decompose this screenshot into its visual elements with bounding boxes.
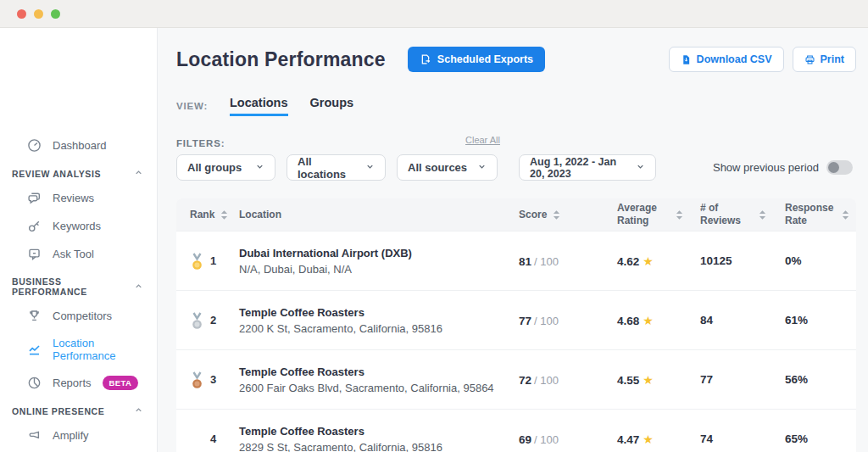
column-header-location[interactable]: Location xyxy=(239,209,519,220)
sidebar-item-competitors[interactable]: Competitors xyxy=(0,302,157,330)
file-download-icon xyxy=(681,54,692,65)
score-denominator: / 100 xyxy=(534,255,559,268)
sidebar-item-location-performance[interactable]: Location Performance xyxy=(0,330,157,369)
minimize-window-button[interactable] xyxy=(34,9,43,19)
date-range-dropdown[interactable]: Aug 1, 2022 - Jan 20, 2023 xyxy=(519,154,656,181)
sidebar-item-label: Location Performance xyxy=(53,337,145,362)
show-previous-period-toggle[interactable] xyxy=(826,160,853,175)
column-header-num-reviews[interactable]: # of Reviews xyxy=(700,202,785,227)
print-button[interactable]: Print xyxy=(793,47,856,72)
tab-groups[interactable]: Groups xyxy=(310,96,354,116)
sidebar: Dashboard REVIEW ANALYSIS Reviews Keywor… xyxy=(0,28,158,452)
tab-locations[interactable]: Locations xyxy=(230,96,287,116)
location-address: N/A, Dubai, Dubai, N/A xyxy=(239,263,512,276)
silver-medal-icon xyxy=(190,311,204,330)
sidebar-item-label: Dashboard xyxy=(53,139,107,152)
rating-value: 4.55 xyxy=(617,374,639,387)
sidebar-item-ask-tool[interactable]: Ask Tool xyxy=(0,240,157,268)
location-name: Temple Coffee Roasters xyxy=(239,306,512,319)
column-header-response-rate[interactable]: Response Rate xyxy=(785,202,856,227)
reviews-count: 10125 xyxy=(700,254,785,267)
response-rate: 61% xyxy=(785,314,856,326)
sidebar-item-label: Keywords xyxy=(53,220,101,232)
rating-value: 4.47 xyxy=(617,433,639,446)
sidebar-item-reports[interactable]: Reports BETA xyxy=(0,369,157,397)
chevron-down-icon xyxy=(360,161,375,174)
bronze-medal-icon xyxy=(190,371,204,389)
table-row[interactable]: 3 Temple Coffee Roasters 2600 Fair Oaks … xyxy=(176,349,856,409)
locations-table: Rank Location Score Average Rating # of … xyxy=(176,198,856,452)
location-name: Temple Coffee Roasters xyxy=(239,425,512,438)
sidebar-section-online-presence[interactable]: ONLINE PRESENCE xyxy=(0,397,157,421)
rank-value: 3 xyxy=(210,373,216,386)
score-denominator: / 100 xyxy=(534,433,559,446)
score-value: 72 xyxy=(519,374,531,387)
column-header-average-rating[interactable]: Average Rating xyxy=(617,202,700,227)
sources-filter-dropdown[interactable]: All sources xyxy=(397,154,498,181)
printer-icon xyxy=(804,54,815,65)
sidebar-item-reviews[interactable]: Reviews xyxy=(0,184,157,212)
download-csv-button[interactable]: Download CSV xyxy=(669,47,784,72)
score-denominator: / 100 xyxy=(534,374,559,387)
page-title: Location Performance xyxy=(176,48,386,71)
sidebar-item-amplify[interactable]: Amplify xyxy=(0,421,157,449)
table-row[interactable]: 2 Temple Coffee Roasters 2200 K St, Sacr… xyxy=(176,290,856,349)
sort-icon[interactable] xyxy=(842,209,849,220)
score-value: 77 xyxy=(519,315,531,327)
star-icon: ★ xyxy=(643,254,654,268)
main-content: Location Performance Scheduled Exports D… xyxy=(158,28,868,452)
sort-icon[interactable] xyxy=(220,209,228,220)
trophy-icon xyxy=(27,309,42,323)
zoom-window-button[interactable] xyxy=(51,9,60,19)
score-value: 69 xyxy=(519,433,531,446)
column-header-rank[interactable]: Rank xyxy=(176,209,239,220)
location-address: 2200 K St, Sacramento, California, 95816 xyxy=(239,322,512,335)
medal-placeholder xyxy=(190,430,204,449)
groups-filter-dropdown[interactable]: All groups xyxy=(176,154,275,181)
chevron-up-icon xyxy=(134,282,143,293)
sidebar-item-label: Reviews xyxy=(53,192,94,204)
close-window-button[interactable] xyxy=(17,9,26,19)
sidebar-item-dashboard[interactable]: Dashboard xyxy=(0,131,157,159)
sort-icon[interactable] xyxy=(676,209,683,220)
chevron-down-icon xyxy=(250,161,264,174)
rating-value: 4.68 xyxy=(617,315,639,327)
sidebar-section-review-analysis[interactable]: REVIEW ANALYSIS xyxy=(0,159,157,184)
chevron-up-icon xyxy=(134,405,143,416)
line-chart-icon xyxy=(27,343,42,357)
location-address: 2829 S St, Sacramento, California, 95816 xyxy=(239,441,512,452)
rating-value: 4.62 xyxy=(617,255,639,268)
rank-value: 1 xyxy=(210,254,216,267)
chevron-down-icon xyxy=(472,161,487,174)
sidebar-section-business-performance[interactable]: BUSINESS PERFORMANCE xyxy=(0,268,157,302)
rank-value: 4 xyxy=(210,432,216,445)
reviews-count: 77 xyxy=(700,373,785,386)
megaphone-icon xyxy=(27,428,42,443)
rank-value: 2 xyxy=(210,314,216,326)
scheduled-exports-button[interactable]: Scheduled Exports xyxy=(408,47,545,72)
table-row[interactable]: 4 Temple Coffee Roasters 2829 S St, Sacr… xyxy=(176,409,856,452)
sidebar-item-label: Ask Tool xyxy=(53,248,94,260)
star-icon: ★ xyxy=(643,373,654,387)
star-icon: ★ xyxy=(643,432,654,446)
sidebar-item-keywords[interactable]: Keywords xyxy=(0,212,157,240)
filters-label: FILTERS: xyxy=(176,138,225,148)
view-label: VIEW: xyxy=(176,101,208,111)
reviews-count: 84 xyxy=(700,314,785,326)
key-icon xyxy=(27,219,42,233)
window-titlebar xyxy=(0,0,868,28)
response-rate: 0% xyxy=(785,254,856,267)
chevron-down-icon xyxy=(631,162,645,174)
column-header-score[interactable]: Score xyxy=(519,209,617,220)
gold-medal-icon xyxy=(190,252,204,271)
clear-all-link[interactable]: Clear All xyxy=(465,135,500,145)
sort-icon[interactable] xyxy=(553,209,560,220)
star-icon: ★ xyxy=(643,314,654,327)
table-row[interactable]: 1 Dubai International Airport (DXB) N/A,… xyxy=(176,231,856,290)
reviews-count: 74 xyxy=(700,432,785,445)
location-name: Temple Coffee Roasters xyxy=(239,366,512,378)
sort-icon[interactable] xyxy=(759,209,766,220)
sidebar-item-label: Reports xyxy=(53,377,92,389)
locations-filter-dropdown[interactable]: All locations xyxy=(287,154,386,181)
sidebar-item-label: Competitors xyxy=(53,310,112,322)
